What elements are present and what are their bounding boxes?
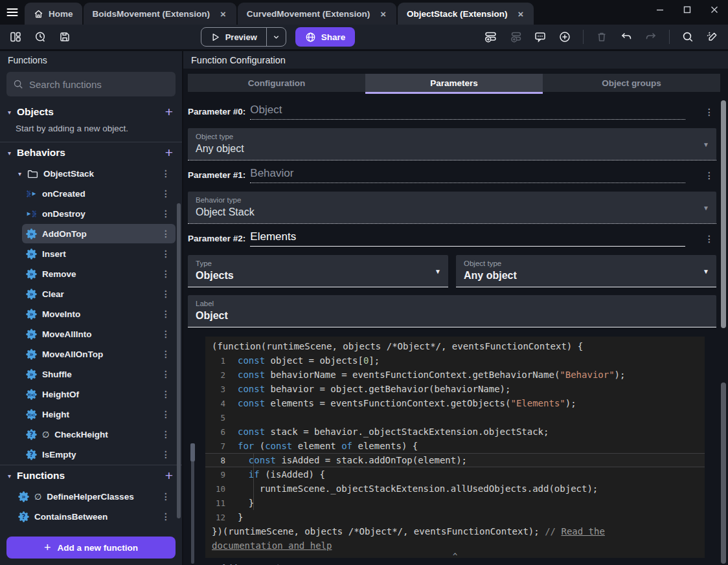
kebab-menu-icon[interactable]: ⋮ — [159, 289, 173, 299]
sidebar-item-oncreated[interactable]: onCreated⋮ — [22, 184, 176, 203]
search-input[interactable] — [29, 79, 169, 90]
layout-panels-icon[interactable] — [8, 29, 23, 45]
tab-parameters[interactable]: Parameters — [365, 74, 543, 92]
kebab-menu-icon[interactable]: ⋮ — [159, 349, 173, 359]
sidebar-item-checkheight[interactable]: ?∅CheckHeight⋮ — [22, 425, 176, 444]
label-field[interactable]: LabelObject — [188, 295, 716, 327]
panel-title: Function Configuration — [183, 51, 728, 69]
sidebar-item-clear[interactable]: »Clear⋮ — [22, 284, 176, 304]
add-event-icon[interactable] — [483, 29, 499, 45]
add-plus-icon[interactable]: + — [165, 147, 173, 159]
tab-object-groups[interactable]: Object groups — [543, 74, 720, 92]
parameter-name-field[interactable]: Behavior — [250, 167, 685, 183]
sidebar-item-heightof[interactable]: f(x)HeightOf⋮ — [22, 384, 176, 404]
documentation-link[interactable]: documentation and help — [212, 540, 332, 551]
sidebar-item-insert[interactable]: »Insert⋮ — [22, 244, 176, 263]
tab-curvedmovement-extension[interactable]: CurvedMovement (Extension)× — [238, 3, 396, 25]
add-comment-icon[interactable] — [532, 29, 548, 45]
kebab-menu-icon[interactable]: ⋮ — [159, 429, 173, 439]
kebab-menu-icon[interactable]: ⋮ — [159, 269, 173, 279]
kebab-menu-icon[interactable]: ⋮ — [159, 188, 173, 199]
kebab-menu-icon[interactable]: ⋮ — [159, 511, 173, 522]
fold-chevron-icon[interactable]: ^ — [205, 553, 705, 558]
add-new-function-button[interactable]: + Add a new function — [6, 537, 176, 559]
object-type-field[interactable]: Object typeAny object▼ — [456, 255, 716, 287]
sidebar-item-isempty[interactable]: ?IsEmpty⋮ — [22, 445, 176, 464]
action-icon: » — [18, 491, 29, 502]
kebab-menu-icon[interactable]: ⋮ — [159, 329, 173, 339]
editor-left-scrollbar-thumb[interactable] — [190, 443, 195, 461]
code-editor[interactable]: (function(runtimeScene, objects /*Object… — [205, 337, 705, 558]
sidebar-item-definehelperclasses[interactable]: »∅DefineHelperClasses⋮ — [14, 487, 176, 506]
tab-configuration[interactable]: Configuration — [188, 74, 365, 92]
kebab-menu-icon[interactable]: ⋮ — [159, 409, 173, 419]
parameters-scrollbar[interactable] — [721, 100, 726, 328]
kebab-menu-icon[interactable]: ⋮ — [159, 208, 173, 219]
kebab-menu-icon[interactable]: ⋮ — [702, 234, 716, 247]
sidebar-item-containsbetween[interactable]: ?ContainsBetween⋮ — [14, 507, 176, 526]
kebab-menu-icon[interactable]: ⋮ — [159, 389, 173, 399]
edit-wand-icon[interactable] — [705, 29, 720, 45]
history-clock-icon[interactable] — [32, 29, 48, 45]
close-button-icon[interactable] — [701, 0, 728, 19]
search-icon — [13, 79, 23, 89]
documentation-link[interactable]: Read the — [561, 526, 604, 537]
sidebar-item-moveallinto[interactable]: »MoveAllInto⋮ — [22, 324, 176, 344]
sidebar-item-height[interactable]: f(x)Height⋮ — [22, 404, 176, 424]
sidebar-item-ondestroy[interactable]: onDestroy⋮ — [22, 204, 176, 223]
tab-boidsmovement-extension[interactable]: BoidsMovement (Extension)× — [84, 3, 236, 25]
behavior-type-field[interactable]: Behavior typeObject Stack▼ — [188, 192, 716, 224]
sidebar-item-remove[interactable]: »Remove⋮ — [22, 264, 176, 283]
redo-icon[interactable] — [643, 29, 659, 45]
search-icon[interactable] — [680, 29, 696, 45]
sidebar-item-shuffle[interactable]: »Shuffle⋮ — [22, 364, 176, 384]
tab-close-icon[interactable]: × — [516, 8, 525, 19]
tab-close-icon[interactable]: × — [379, 8, 387, 19]
sidebar-item-objectstack[interactable]: ▾ObjectStack⋮ — [14, 164, 176, 183]
kebab-menu-icon[interactable]: ⋮ — [159, 168, 173, 179]
kebab-menu-icon[interactable]: ⋮ — [702, 107, 716, 120]
sidebar-item-addontop[interactable]: »AddOnTop⋮ — [22, 224, 176, 243]
editor-left-scrollbar[interactable] — [191, 445, 194, 564]
parameter-name-field[interactable]: Object — [250, 104, 685, 120]
field-value: Object Stack — [196, 206, 697, 218]
kebab-menu-icon[interactable]: ⋮ — [159, 491, 173, 502]
kebab-menu-icon[interactable]: ⋮ — [159, 309, 173, 319]
section-behaviors[interactable]: ▾Behaviors+ — [0, 142, 182, 163]
tab-objectstack-extension[interactable]: ObjectStack (Extension)× — [398, 3, 534, 25]
svg-text:?: ? — [30, 430, 34, 438]
kebab-menu-icon[interactable]: ⋮ — [159, 228, 173, 239]
minimize-button-icon[interactable] — [646, 0, 674, 19]
line-number: 9 — [205, 468, 238, 482]
preview-button[interactable]: Preview — [201, 28, 266, 46]
preview-label: Preview — [225, 32, 257, 42]
tab-home[interactable]: Home — [25, 3, 82, 25]
sidebar-item-moveallontop[interactable]: »MoveAllOnTop⋮ — [22, 344, 176, 364]
kebab-menu-icon[interactable]: ⋮ — [159, 449, 173, 460]
kebab-menu-icon[interactable]: ⋮ — [159, 249, 173, 259]
maximize-button-icon[interactable] — [674, 0, 701, 19]
tab-close-icon[interactable]: × — [219, 8, 227, 19]
type-field[interactable]: TypeObjects▼ — [188, 255, 448, 287]
parameter-name-field[interactable]: Elements — [250, 230, 685, 247]
titlebar: HomeBoidsMovement (Extension)×CurvedMove… — [0, 0, 728, 25]
hamburger-menu-icon[interactable] — [0, 0, 25, 25]
sidebar-item-moveinto[interactable]: »MoveInto⋮ — [22, 304, 176, 324]
add-plus-icon[interactable]: + — [165, 470, 173, 482]
section-objects[interactable]: ▾Objects+ — [0, 102, 182, 122]
share-button[interactable]: Share — [295, 27, 356, 47]
object-type-field[interactable]: Object typeAny object▼ — [188, 128, 716, 161]
section-functions[interactable]: ▾Functions+ — [0, 465, 182, 486]
editor-scrollbar[interactable] — [721, 382, 726, 564]
kebab-menu-icon[interactable]: ⋮ — [702, 170, 716, 183]
search-box[interactable] — [6, 72, 176, 96]
add-subevent-icon[interactable] — [508, 29, 523, 45]
undo-icon[interactable] — [619, 29, 634, 45]
save-floppy-icon[interactable] — [57, 29, 73, 45]
add-plus-icon[interactable]: + — [165, 106, 173, 118]
trash-icon[interactable] — [594, 29, 609, 45]
sidebar-scrollbar[interactable] — [177, 203, 181, 518]
kebab-menu-icon[interactable]: ⋮ — [159, 369, 173, 379]
add-circle-icon[interactable] — [557, 29, 573, 45]
preview-dropdown-button[interactable] — [266, 28, 286, 46]
